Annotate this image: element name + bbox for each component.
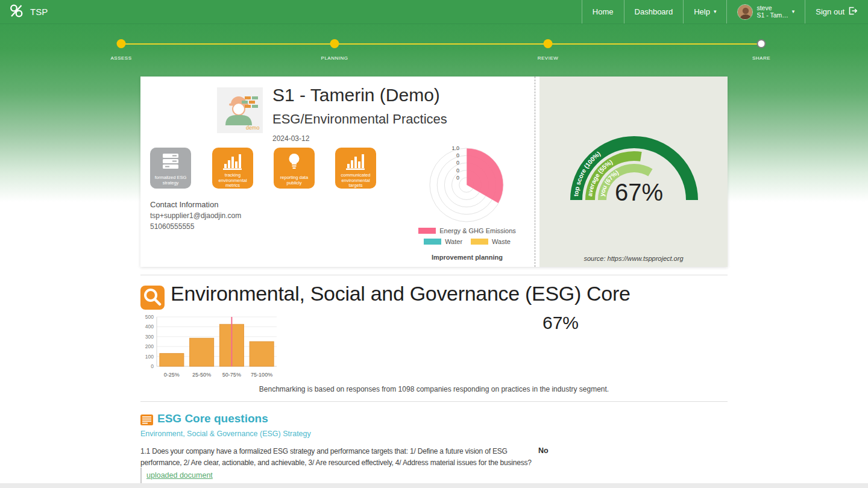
- contact-email: tsp+supplier1@djaodjin.com: [150, 211, 241, 220]
- stepper-line: [121, 43, 761, 45]
- svg-text:25-50%: 25-50%: [192, 372, 211, 378]
- tsp-logo-icon: [8, 3, 25, 20]
- supplier-title: S1 - Tamerin (Demo): [272, 85, 440, 105]
- svg-text:1.0: 1.0: [451, 145, 459, 151]
- step-label: REVIEW: [538, 55, 559, 61]
- svg-text:200: 200: [145, 343, 154, 349]
- svg-text:0-25%: 0-25%: [164, 372, 180, 378]
- svg-text:0: 0: [456, 167, 459, 174]
- tile-reporting-data-publicly: reporting data publicly: [274, 148, 315, 189]
- bottom-strip: [0, 483, 868, 488]
- step-dot-share[interactable]: [757, 39, 766, 48]
- assessment-date: 2024-03-12: [272, 134, 309, 143]
- divider: [140, 275, 728, 275]
- svg-text:0: 0: [151, 363, 154, 369]
- benchmark-note: Benchmarking is based on responses from …: [140, 385, 728, 393]
- step-label: ASSESS: [110, 55, 131, 61]
- nav-home[interactable]: Home: [582, 0, 624, 23]
- step-dot-assess[interactable]: [117, 39, 126, 48]
- nav-dashboard[interactable]: Dashboard: [624, 0, 684, 23]
- svg-text:0: 0: [456, 160, 459, 166]
- legend-swatch: [424, 239, 441, 245]
- svg-text:0: 0: [456, 175, 459, 181]
- svg-text:500: 500: [145, 314, 154, 320]
- user-name: steve: [756, 5, 788, 12]
- assessment-subtitle: ESG/Environmental Practices: [272, 111, 447, 127]
- brand-text: TSP: [30, 7, 48, 17]
- supplier-avatar: demo: [217, 87, 263, 133]
- nav-help[interactable]: Help ▾: [683, 0, 726, 23]
- tile-tracking-environmental-metrics: tracking environmental metrics: [212, 148, 253, 189]
- tile-communicated-environmental-targets: communicated environmental targets: [335, 148, 376, 189]
- legend-swatch: [471, 239, 488, 245]
- polar-legend: Energy & GHG EmissionsWaterWaste: [413, 227, 521, 245]
- svg-text:100: 100: [145, 354, 154, 360]
- magnifier-icon: [140, 286, 165, 310]
- user-menu[interactable]: steve S1 - Tam… ▾: [726, 0, 805, 23]
- legend-item[interactable]: Waste: [471, 238, 511, 245]
- questions-heading: ESG Core questions: [157, 412, 268, 425]
- step-dot-planning[interactable]: [330, 39, 339, 48]
- progress-stepper: ASSESSPLANNINGREVIEWSHARE: [0, 39, 868, 66]
- step-label: SHARE: [752, 55, 770, 61]
- score-gauge-chart: top score (100%)average (55%)you (67%): [539, 77, 728, 267]
- nav-signout[interactable]: Sign out: [805, 0, 868, 23]
- lightbulb-icon: [284, 152, 304, 173]
- contact-phone: 51060555555: [150, 222, 194, 231]
- divider: [140, 401, 728, 402]
- top-navbar: TSP Home Dashboard Help ▾ steve S: [0, 0, 868, 24]
- list-icon: [160, 152, 181, 173]
- svg-text:50-75%: 50-75%: [222, 372, 241, 378]
- uploaded-document-link[interactable]: uploaded document: [146, 471, 213, 480]
- svg-text:75-100%: 75-100%: [251, 372, 272, 378]
- section-title: Environmental, Social and Governance (ES…: [171, 282, 631, 305]
- avatar-caption: demo: [246, 125, 260, 131]
- screen: TSP Home Dashboard Help ▾ steve S: [0, 0, 868, 488]
- gauge-score: 67%: [582, 179, 696, 206]
- bar-chart-icon: [345, 152, 366, 173]
- legend-item[interactable]: Energy & GHG Emissions: [418, 227, 516, 234]
- gauge-panel: top score (100%)average (55%)you (67%) 6…: [539, 77, 728, 267]
- scorecard: demo S1 - Tamerin (Demo) ESG/Environment…: [140, 77, 728, 267]
- question-category-link[interactable]: Environment, Social & Governance (ESG) S…: [140, 430, 311, 438]
- svg-text:400: 400: [145, 324, 154, 330]
- tile-formalized-esg-strategy: formalized ESG strategy: [150, 148, 191, 189]
- question-text: 1.1 Does your company have a formalized …: [140, 446, 532, 468]
- source-note: source: https://www.tspproject.org: [539, 255, 728, 262]
- step-label: PLANNING: [321, 55, 348, 61]
- list-document-icon: [140, 414, 153, 428]
- nav-links: Home Dashboard Help ▾ steve S1 - Tam…: [582, 0, 868, 23]
- brand[interactable]: TSP: [0, 0, 56, 23]
- sign-out-icon: [848, 7, 858, 17]
- improvement-polar-chart: 1.00000: [422, 142, 512, 231]
- svg-text:0: 0: [456, 152, 459, 158]
- svg-text:300: 300: [145, 334, 154, 340]
- question-answer: No: [538, 446, 549, 455]
- section-score: 67%: [515, 313, 606, 333]
- step-dot-review[interactable]: [544, 39, 553, 48]
- bar-chart-icon: [222, 152, 243, 173]
- chevron-down-icon: ▾: [714, 9, 717, 14]
- avatar: [737, 4, 753, 20]
- benchmark-histogram: 01002003004005000-25%25-50%50-75%75-100%: [140, 312, 279, 386]
- chevron-down-icon: ▾: [792, 9, 795, 14]
- user-org: S1 - Tam…: [756, 12, 788, 19]
- polar-chart-title: Improvement planning: [413, 254, 521, 261]
- legend-item[interactable]: Water: [424, 238, 462, 245]
- card-divider: [535, 77, 535, 267]
- legend-swatch: [418, 228, 436, 234]
- contact-heading: Contact Information: [150, 200, 218, 209]
